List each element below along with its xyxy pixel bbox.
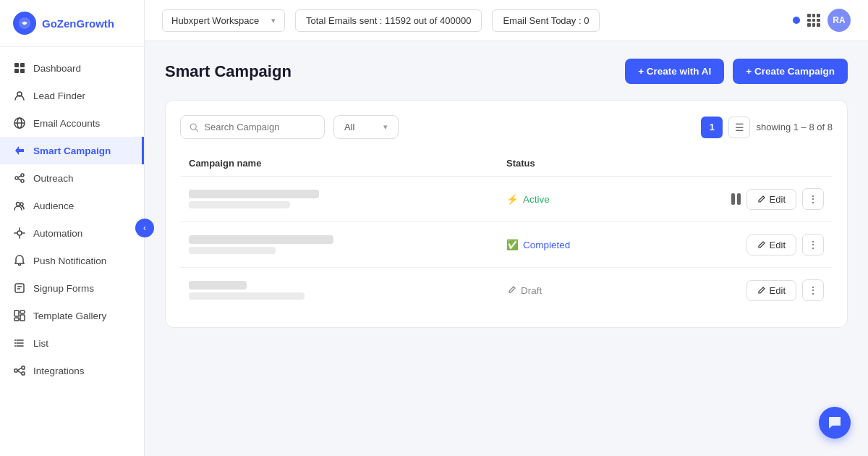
create-with-ai-button[interactable]: + Create with AI (625, 59, 724, 84)
sidebar-item-list[interactable]: List (0, 329, 144, 357)
svg-point-10 (21, 174, 24, 177)
edit-label-1: Edit (770, 194, 786, 205)
sidebar-item-signup-forms-label: Signup Forms (33, 283, 94, 294)
grid-dot-7 (807, 23, 811, 27)
sidebar-item-push-notification[interactable]: Push Notification (0, 247, 144, 274)
page-1-button[interactable]: 1 (701, 117, 723, 138)
svg-line-31 (17, 371, 22, 373)
completed-label: Completed (523, 240, 570, 250)
completed-icon: ✅ (506, 239, 519, 250)
edit-button-3[interactable]: Edit (746, 280, 796, 301)
campaign-name-blur-1 (189, 190, 319, 198)
create-campaign-button[interactable]: + Create Campaign (733, 59, 848, 84)
list-view-button[interactable]: ☰ (728, 117, 750, 138)
row-actions-3: Edit ⋮ (746, 279, 824, 301)
sidebar-item-dashboard-label: Dashboard (33, 63, 81, 74)
chat-icon (827, 415, 843, 431)
active-icon: ⚡ (506, 193, 519, 205)
automation-icon (13, 227, 26, 240)
sidebar-item-signup-forms[interactable]: Signup Forms (0, 274, 144, 302)
notification-dot-icon[interactable] (793, 17, 800, 24)
filter-select[interactable]: All ▾ (333, 115, 399, 139)
svg-rect-20 (14, 311, 19, 316)
email-today-badge: Email Sent Today : 0 (492, 9, 600, 32)
svg-rect-29 (22, 372, 25, 375)
total-emails-badge: Total Emails sent : 11592 out of 400000 (295, 9, 482, 32)
sidebar: GoZenGrowth Dashboard (0, 0, 145, 456)
logo-area: GoZenGrowth (0, 0, 144, 47)
create-ai-label: + Create with AI (638, 66, 711, 77)
outreach-icon (13, 172, 26, 185)
more-button-2[interactable]: ⋮ (802, 234, 824, 256)
workspace-selector[interactable]: Hubxpert Workspace ▾ (162, 9, 285, 32)
status-draft-badge: Draft (506, 285, 542, 296)
table-row: ✅ Completed Edit ⋮ (180, 222, 833, 268)
filter-chevron-icon: ▾ (383, 122, 388, 132)
sidebar-item-integrations[interactable]: Integrations (0, 357, 144, 384)
grid-dot-2 (812, 14, 816, 17)
search-icon (190, 122, 198, 132)
campaign-name-cell-3 (189, 281, 506, 300)
email-accounts-icon (13, 117, 26, 130)
more-button-1[interactable]: ⋮ (802, 188, 824, 210)
svg-line-33 (195, 129, 197, 131)
edit-label-3: Edit (770, 285, 786, 296)
sidebar-item-outreach-label: Outreach (33, 173, 74, 184)
edit-button-2[interactable]: Edit (746, 235, 796, 256)
sidebar-item-list-label: List (33, 338, 48, 349)
dashboard-icon (13, 62, 26, 75)
sidebar-item-lead-finder-label: Lead Finder (33, 90, 85, 101)
sidebar-toggle-button[interactable]: ‹ (135, 219, 154, 237)
sidebar-item-dashboard[interactable]: Dashboard (0, 54, 144, 82)
sidebar-item-audience-label: Audience (33, 200, 74, 211)
row-actions-1: Edit ⋮ (731, 188, 824, 210)
pause-button-1[interactable] (731, 193, 741, 205)
logo-gozen: GoZen (42, 17, 77, 30)
pagination-controls: 1 ☰ showing 1 – 8 of 8 (701, 117, 833, 138)
edit-button-1[interactable]: Edit (746, 189, 796, 210)
smart-campaign-icon (13, 144, 26, 157)
svg-point-26 (14, 345, 16, 347)
more-button-3[interactable]: ⋮ (802, 279, 824, 301)
svg-rect-21 (20, 311, 25, 313)
total-emails-text: Total Emails sent : 11592 out of 400000 (306, 15, 471, 26)
sidebar-item-template-gallery-label: Template Gallery (33, 311, 106, 321)
draft-icon (506, 285, 516, 295)
grid-dot-5 (812, 19, 816, 22)
grid-dot-6 (817, 19, 820, 22)
email-today-text: Email Sent Today : 0 (503, 15, 589, 26)
svg-rect-28 (22, 366, 25, 369)
edit-icon-2 (757, 240, 766, 249)
sidebar-item-outreach[interactable]: Outreach (0, 164, 144, 192)
col-header-actions (665, 158, 825, 169)
row-actions-2: Edit ⋮ (746, 234, 824, 256)
svg-point-9 (15, 177, 18, 180)
page-actions: + Create with AI + Create Campaign (625, 59, 848, 84)
sidebar-item-template-gallery[interactable]: Template Gallery (0, 302, 144, 329)
avatar-initials: RA (833, 15, 845, 25)
sidebar-item-email-accounts[interactable]: Email Accounts (0, 109, 144, 137)
grid-dot-9 (817, 23, 820, 27)
svg-point-14 (17, 203, 20, 206)
svg-rect-22 (20, 315, 25, 321)
search-input-wrap (180, 115, 325, 139)
sidebar-item-lead-finder[interactable]: Lead Finder (0, 82, 144, 109)
col-header-status: Status (506, 158, 665, 169)
sidebar-item-smart-campaign[interactable]: Smart Campaign (0, 137, 144, 164)
template-gallery-icon (13, 309, 26, 322)
chat-fab-button[interactable] (819, 407, 851, 439)
sidebar-item-automation[interactable]: Automation (0, 219, 144, 247)
search-input[interactable] (204, 122, 315, 132)
logo-text: GoZenGrowth (42, 17, 114, 30)
campaign-name-blur-3 (189, 281, 247, 290)
app-grid-icon[interactable] (807, 14, 820, 27)
avatar[interactable]: RA (827, 9, 851, 32)
sidebar-item-audience[interactable]: Audience (0, 192, 144, 219)
table-row: Draft Edit ⋮ (180, 268, 833, 313)
svg-rect-17 (15, 284, 24, 292)
sidebar-item-push-notification-label: Push Notification (33, 256, 106, 266)
svg-point-24 (14, 339, 16, 341)
workspace-chevron-icon: ▾ (271, 16, 276, 25)
svg-point-15 (20, 203, 23, 206)
signup-forms-icon (13, 282, 26, 295)
